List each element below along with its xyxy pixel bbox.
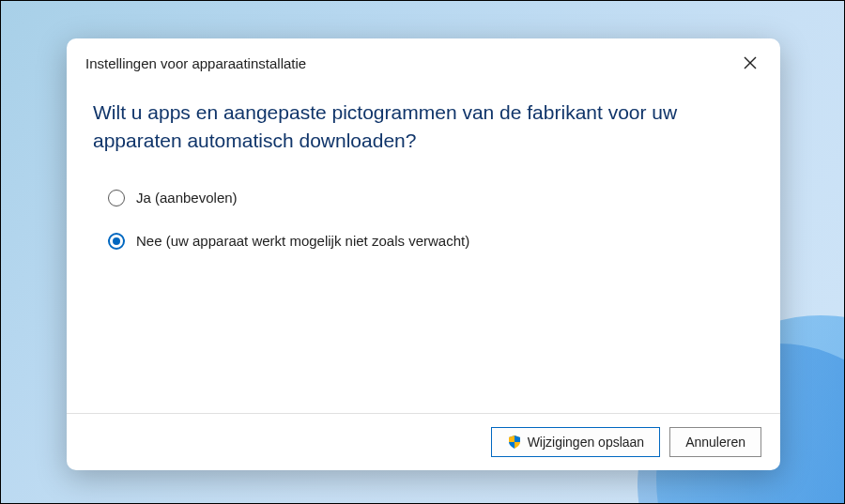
save-changes-button[interactable]: Wijzigingen opslaan <box>491 427 661 457</box>
uac-shield-icon <box>507 435 522 450</box>
dialog-title: Instellingen voor apparaatinstallatie <box>85 55 306 71</box>
close-icon <box>744 56 757 69</box>
radio-option-yes[interactable]: Ja (aanbevolen) <box>108 190 754 206</box>
cancel-button-label: Annuleren <box>685 435 745 450</box>
dialog-body: Wilt u apps en aangepaste pictogrammen v… <box>67 82 780 413</box>
dialog-question: Wilt u apps en aangepaste pictogrammen v… <box>93 99 754 156</box>
radio-option-no[interactable]: Nee (uw apparaat werkt mogelijk niet zoa… <box>108 233 754 250</box>
dialog-footer: Wijzigingen opslaan Annuleren <box>67 413 780 470</box>
radio-icon <box>108 190 125 206</box>
radio-icon-selected <box>108 233 125 250</box>
dialog-header: Instellingen voor apparaatinstallatie <box>67 38 780 82</box>
cancel-button[interactable]: Annuleren <box>669 427 761 457</box>
radio-label: Ja (aanbevolen) <box>136 190 238 206</box>
radio-group: Ja (aanbevolen) Nee (uw apparaat werkt m… <box>93 190 754 250</box>
close-button[interactable] <box>739 52 761 74</box>
save-button-label: Wijzigingen opslaan <box>528 435 645 450</box>
device-installation-settings-dialog: Instellingen voor apparaatinstallatie Wi… <box>67 38 780 470</box>
radio-label: Nee (uw apparaat werkt mogelijk niet zoa… <box>136 233 469 249</box>
